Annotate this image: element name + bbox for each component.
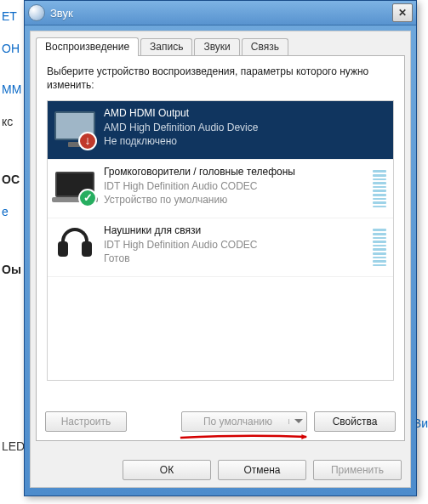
instruction-text: Выберите устройство воспроизведения, пар… [47, 65, 394, 92]
device-status: Не подключено [104, 134, 386, 148]
device-status: Готов [104, 252, 368, 265]
default-check-icon: ✓ [78, 189, 97, 207]
client-area: Воспроизведение Запись Звуки Связь Выбер… [30, 31, 411, 488]
annotation-underline [179, 433, 308, 437]
tab-label: Звуки [203, 41, 230, 53]
tab-label: Связь [251, 41, 279, 53]
tab-playback[interactable]: Воспроизведение [36, 37, 139, 56]
ok-button[interactable]: ОК [123, 460, 211, 480]
tab-label: Воспроизведение [45, 41, 129, 53]
device-text: Громкоговорители / головные телефоны IDT… [104, 165, 368, 207]
button-label: Свойства [333, 416, 378, 428]
chevron-down-icon [288, 419, 303, 424]
device-list[interactable]: ↓ AMD HDMI Output AMD High Definition Au… [47, 100, 394, 381]
device-item-hdmi[interactable]: ↓ AMD HDMI Output AMD High Definition Au… [48, 101, 393, 160]
device-icon-headphones [54, 224, 95, 263]
configure-button[interactable]: Настроить [45, 411, 127, 432]
device-name: AMD HDMI Output [104, 106, 386, 120]
tab-sounds[interactable]: Звуки [194, 38, 239, 57]
tab-strip: Воспроизведение Запись Звуки Связь [31, 31, 410, 55]
button-label: Применить [331, 464, 384, 476]
playback-panel: Выберите устройство воспроизведения, пар… [36, 55, 405, 441]
close-button[interactable]: ✕ [392, 3, 413, 22]
device-driver: IDT High Definition Audio CODEC [104, 179, 368, 193]
titlebar[interactable]: Звук ✕ [25, 1, 416, 25]
panel-buttons: Настроить По умолчанию Свойства [45, 411, 396, 432]
device-name: Наушники для связи [104, 224, 368, 237]
device-text: AMD HDMI Output AMD High Definition Audi… [104, 106, 386, 148]
device-status: Устройство по умолчанию [104, 193, 368, 207]
window-title: Звук [50, 7, 392, 20]
device-driver: AMD High Definition Audio Device [104, 121, 386, 134]
device-driver: IDT High Definition Audio CODEC [104, 238, 368, 252]
dialog-buttons: ОК Отмена Применить [123, 460, 402, 480]
tab-label: Запись [150, 41, 183, 53]
device-icon-monitor: ↓ [54, 106, 95, 145]
properties-button[interactable]: Свойства [314, 411, 396, 432]
level-meter [373, 229, 386, 266]
not-connected-icon: ↓ [78, 132, 97, 150]
set-default-button[interactable]: По умолчанию [181, 411, 307, 432]
headphones-icon [58, 226, 92, 260]
button-label: Отмена [243, 464, 280, 476]
button-label: ОК [160, 464, 174, 476]
device-text: Наушники для связи IDT High Definition A… [104, 224, 368, 265]
button-label: По умолчанию [192, 416, 283, 428]
device-item-speakers[interactable]: ✓ Громкоговорители / головные телефоны I… [48, 160, 393, 218]
button-label: Настроить [61, 416, 111, 428]
level-meter [373, 170, 386, 207]
tab-communications[interactable]: Связь [242, 38, 288, 57]
tab-recording[interactable]: Запись [140, 38, 192, 57]
cancel-button[interactable]: Отмена [218, 460, 306, 480]
close-icon: ✕ [398, 7, 407, 19]
device-icon-laptop: ✓ [54, 165, 95, 204]
sound-dialog: Звук ✕ Воспроизведение Запись Звуки Связ… [24, 0, 417, 496]
device-name: Громкоговорители / головные телефоны [104, 165, 368, 178]
sound-icon [28, 4, 45, 21]
device-item-headphones[interactable]: Наушники для связи IDT High Definition A… [48, 218, 393, 277]
apply-button[interactable]: Применить [313, 460, 402, 480]
